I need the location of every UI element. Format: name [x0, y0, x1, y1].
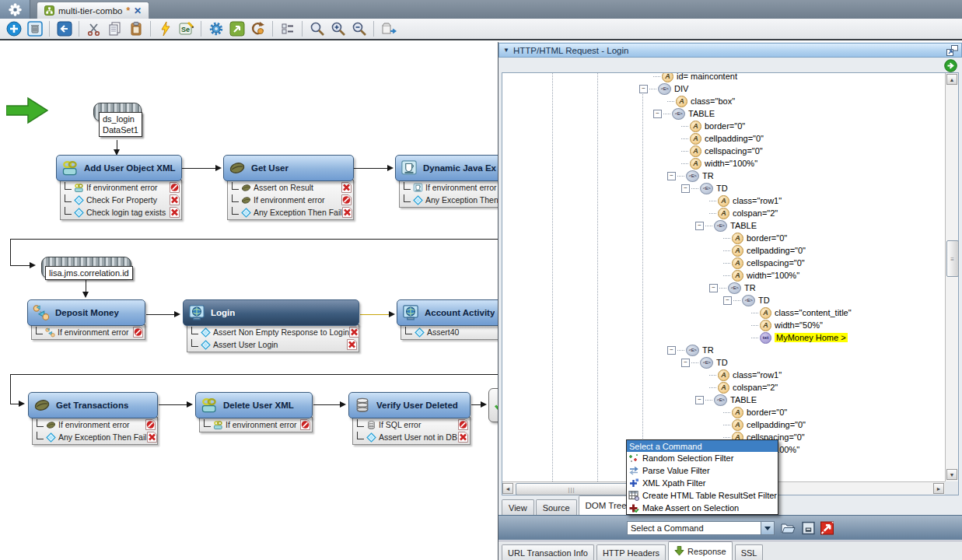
- export-button[interactable]: [226, 19, 247, 39]
- login-node-header[interactable]: Login: [183, 299, 359, 326]
- dom-tree-element-row[interactable]: −<E>TD: [502, 182, 945, 194]
- tab-http-headers[interactable]: HTTP Headers: [596, 544, 666, 560]
- dom-tree-attribute-row[interactable]: Acolspan="2": [502, 207, 945, 219]
- back-button[interactable]: [54, 19, 75, 39]
- node-assertion-item[interactable]: If SQL error: [355, 418, 468, 431]
- se-editor-button[interactable]: Se: [176, 19, 197, 39]
- ds-login-dataset-label[interactable]: ds_loginDataSet1: [99, 112, 142, 137]
- tree-expand-box[interactable]: −: [681, 359, 690, 367]
- dom-tree-attribute-row[interactable]: Awidth="100%": [502, 269, 945, 282]
- folder-open-icon[interactable]: [781, 520, 796, 535]
- dom-tree-attribute-row[interactable]: Awidth="50%": [502, 319, 945, 331]
- add-user-object-xml-node-header[interactable]: Add User Object XML: [56, 155, 182, 181]
- dom-tree-attribute-row[interactable]: Acellspacing="0": [502, 145, 945, 157]
- tree-expand-box[interactable]: −: [667, 346, 676, 355]
- get-transactions-node-header[interactable]: Get Transactions: [28, 392, 158, 418]
- popup-header-item[interactable]: Select a Command: [627, 440, 778, 452]
- node-assertion-item[interactable]: Check login tag exists: [62, 206, 180, 219]
- account-activity-node-header[interactable]: Account Activity: [397, 299, 498, 326]
- node-assertion-item[interactable]: If environment error: [34, 418, 156, 431]
- settings-button[interactable]: [205, 19, 226, 39]
- tree-expand-box[interactable]: −: [709, 284, 718, 292]
- dom-tree-element-row[interactable]: −<E>DIV: [502, 82, 945, 95]
- command-combobox[interactable]: Select a Command: [627, 521, 775, 535]
- node-assertion-item[interactable]: If environment error: [62, 181, 180, 194]
- horizontal-scroll-thumb[interactable]: |||: [516, 483, 628, 495]
- dom-tree-attribute-row[interactable]: Aclass="box": [502, 95, 945, 107]
- dom-tree-element-row[interactable]: −<E>TABLE: [502, 107, 945, 120]
- node-assertion-item[interactable]: Assert Non Empty Response to Login: [189, 326, 357, 338]
- tab-close-icon[interactable]: ✕: [134, 5, 142, 16]
- node-assertion-item[interactable]: If environment error: [401, 181, 498, 194]
- menu-item-parse-value-filter[interactable]: Parse Value Filter: [627, 464, 778, 477]
- tree-expand-box[interactable]: −: [653, 110, 662, 118]
- cut-button[interactable]: [83, 19, 104, 39]
- vertical-scroll-thumb[interactable]: ≡: [946, 240, 959, 277]
- dom-tree-element-row[interactable]: −<E>TD: [502, 356, 945, 369]
- dynamic-java-ex-node-header[interactable]: Dynamic Java Ex: [395, 155, 498, 181]
- workflow-canvas[interactable]: ds_loginDataSet1lisa.jms.correlation.idA…: [0, 42, 498, 560]
- node-assertion-item[interactable]: Check For Property: [62, 194, 180, 206]
- dom-tree-attribute-row[interactable]: Aborder="0": [502, 232, 945, 244]
- dom-tree-attribute-row[interactable]: Acellpadding="0": [502, 418, 945, 431]
- node-assertion-item[interactable]: Assert on Result: [229, 181, 352, 194]
- go-button[interactable]: [944, 59, 957, 72]
- node-assertion-item[interactable]: Assert User Login: [189, 338, 357, 351]
- jms-correlation-dataset-label[interactable]: lisa.jms.correlation.id: [45, 266, 133, 280]
- delete-user-xml-node-header[interactable]: Delete User XML: [195, 392, 313, 418]
- zoom-in-button[interactable]: [327, 19, 348, 39]
- tab-response[interactable]: Response: [668, 541, 733, 560]
- dom-tree-element-row[interactable]: −<E>TABLE: [502, 394, 945, 406]
- scroll-left-button[interactable]: ◄: [502, 483, 513, 494]
- scroll-up-button[interactable]: ▲: [946, 74, 957, 85]
- dom-tree-attribute-row[interactable]: Acellpadding="0": [502, 244, 945, 257]
- tree-expand-box[interactable]: −: [667, 172, 676, 180]
- scroll-down-button[interactable]: ▼: [946, 469, 957, 480]
- tree-expand-box[interactable]: −: [639, 85, 648, 93]
- zoom-button[interactable]: [306, 19, 327, 39]
- dom-tree-attribute-row[interactable]: Aid= maincontent: [502, 73, 945, 82]
- node-assertion-item[interactable]: If environment error: [33, 326, 143, 338]
- add-button[interactable]: [3, 19, 24, 39]
- detach-panel-icon[interactable]: [946, 45, 958, 56]
- tab-url-transaction-info[interactable]: URL Transaction Info: [502, 544, 594, 560]
- delete-button[interactable]: [24, 19, 45, 39]
- tab-view[interactable]: View: [502, 499, 534, 515]
- node-assertion-item[interactable]: If environment error: [229, 194, 352, 206]
- dom-tree-element-row[interactable]: −<E>TABLE: [502, 219, 945, 232]
- menu-item-make-assert-on-selection[interactable]: Make Assert on Selection: [627, 502, 778, 514]
- verify-user-deleted-node-header[interactable]: Verify User Deleted: [348, 392, 471, 418]
- dom-tree-attribute-row[interactable]: Aclass="row1": [502, 194, 945, 207]
- run-button[interactable]: [155, 19, 176, 39]
- tab-source[interactable]: Source: [536, 499, 577, 515]
- tree-expand-box[interactable]: −: [681, 184, 690, 193]
- zoom-out-button[interactable]: [348, 19, 369, 39]
- deposit-money-node-header[interactable]: Deposit Money: [27, 299, 145, 326]
- scroll-right-button[interactable]: ►: [933, 483, 944, 494]
- tree-expand-box[interactable]: −: [723, 296, 732, 305]
- menu-item-create-html-table-resultset-filter[interactable]: Create HTML Table ResultSet Filter: [627, 489, 778, 502]
- dom-tree-attribute-row[interactable]: Acellpadding="0": [502, 132, 945, 145]
- package-button[interactable]: [378, 19, 399, 39]
- node-assertion-item[interactable]: Any Exception Then: [401, 194, 498, 206]
- dom-tree-attribute-row[interactable]: Aclass="row1": [502, 369, 945, 381]
- tab-dom-tree[interactable]: DOM Tree: [579, 495, 634, 515]
- combobox-dropdown-button[interactable]: [761, 522, 774, 534]
- tab-ssl[interactable]: SSL: [735, 544, 764, 560]
- node-assertion-item[interactable]: Assert User not in DB: [355, 431, 468, 443]
- panel-header[interactable]: ▼ HTTP/HTML Request - Login: [498, 43, 962, 58]
- save-window-icon[interactable]: [801, 520, 816, 535]
- dom-tree-attribute-row[interactable]: Aclass="content_title": [502, 306, 945, 319]
- paste-button[interactable]: [125, 19, 146, 39]
- node-assertion-item[interactable]: If environment error: [201, 418, 310, 431]
- dom-tree-attribute-row[interactable]: Awidth="100%": [502, 157, 945, 170]
- dom-tree-attribute-row[interactable]: Aborder="0": [502, 120, 945, 132]
- copy-button[interactable]: [104, 19, 125, 39]
- vertical-scrollbar[interactable]: ▲ ≡ ▼: [945, 73, 958, 481]
- dom-tree-element-row[interactable]: −<E>TR: [502, 344, 945, 356]
- dom-tree-attribute-row[interactable]: Aborder="0": [502, 406, 945, 418]
- dom-tree[interactable]: Aid= maincontent−<E>DIVAclass="box"−<E>T…: [502, 73, 945, 481]
- dom-tree-element-row[interactable]: −<E>TD: [502, 294, 945, 306]
- node-assertion-item[interactable]: Any Exception Then Fail: [34, 431, 156, 443]
- dom-tree-text-row[interactable]: txtMyMoney Home >: [502, 331, 945, 344]
